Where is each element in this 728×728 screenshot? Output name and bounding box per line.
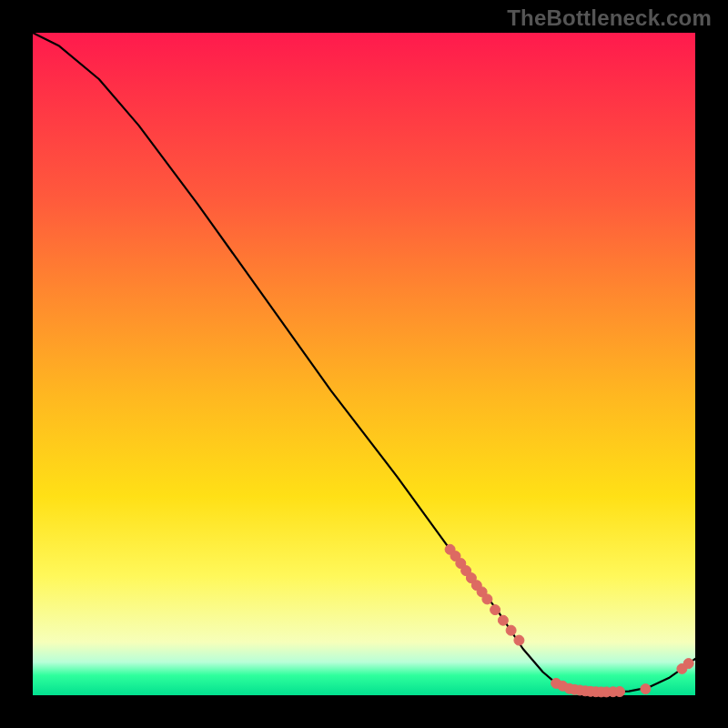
data-dot <box>482 594 492 604</box>
chart-frame: TheBottleneck.com <box>0 0 728 728</box>
data-dot <box>615 687 625 697</box>
data-dot <box>490 605 500 615</box>
plot-area <box>33 33 695 695</box>
data-dots <box>445 544 693 697</box>
bottleneck-curve <box>33 33 695 692</box>
data-dot <box>514 635 524 645</box>
data-dot <box>506 625 516 635</box>
chart-svg <box>33 33 695 695</box>
watermark-text: TheBottleneck.com <box>507 5 712 31</box>
data-dot <box>683 659 693 669</box>
data-dot <box>498 615 508 625</box>
data-dot <box>641 684 651 694</box>
